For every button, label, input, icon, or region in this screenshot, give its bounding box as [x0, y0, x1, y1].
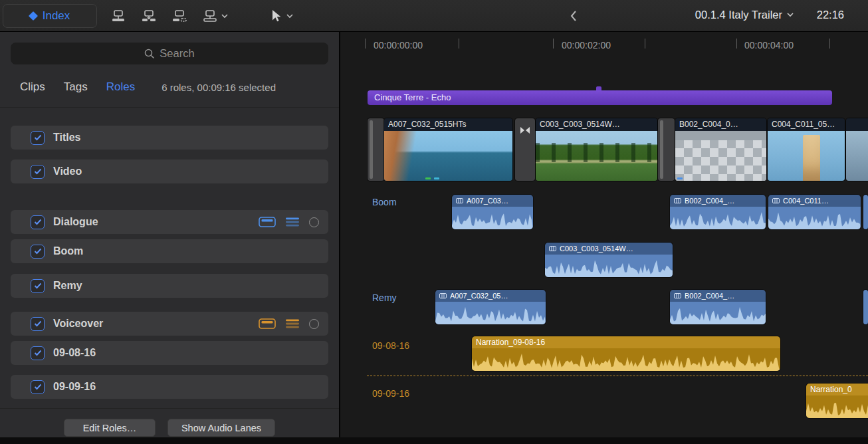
- filmstrip-icon: [772, 198, 780, 203]
- audio-clip-header: A007_C03…: [452, 195, 533, 207]
- lane-label-09-08-16: 09-08-16: [372, 340, 409, 351]
- audio-clip-name: A007_C03…: [467, 197, 508, 205]
- role-label: 09-08-16: [53, 347, 96, 359]
- role-controls: [259, 217, 319, 227]
- role-row-titles[interactable]: Titles: [11, 126, 328, 150]
- ruler-tick: [736, 39, 737, 49]
- narration-clip[interactable]: Narration_09-08-16: [472, 336, 780, 371]
- insert-clip-icon[interactable]: [141, 9, 157, 23]
- audio-waveform: [545, 259, 673, 277]
- role-row-09-08-16[interactable]: 09-08-16: [11, 341, 328, 365]
- ruler-tick: [459, 39, 459, 49]
- audio-lane-divider: [367, 376, 868, 376]
- clip-thumbnail: [536, 131, 657, 181]
- clip-thumbnail: [846, 131, 868, 181]
- role-label: Voiceover: [53, 318, 103, 330]
- audio-clip-partial[interactable]: [863, 195, 868, 229]
- timecode-display: 22:16: [817, 9, 844, 21]
- chevron-left-icon[interactable]: [570, 10, 577, 25]
- tab-roles[interactable]: Roles: [106, 80, 135, 94]
- audio-clip-partial[interactable]: [863, 290, 868, 324]
- filmstrip-icon: [439, 293, 447, 298]
- audio-clip-name: Narration_09-08-16: [476, 338, 545, 347]
- title-clip[interactable]: Cinque Terre - Echo: [368, 90, 832, 105]
- chevron-down-icon: [286, 14, 293, 19]
- audio-clip[interactable]: C004_C011…: [768, 195, 861, 229]
- solo-radio[interactable]: [309, 217, 319, 227]
- transition-clip[interactable]: [658, 118, 675, 181]
- focus-lines-icon[interactable]: [286, 319, 299, 328]
- project-name: 00.1.4 Italy Trailer: [695, 9, 782, 21]
- project-menu[interactable]: 00.1.4 Italy Trailer: [695, 9, 794, 21]
- video-clip-partial[interactable]: [846, 118, 868, 181]
- clip-marker: [677, 177, 683, 179]
- video-clip[interactable]: B002_C004_0…: [675, 118, 766, 181]
- edit-roles-button[interactable]: Edit Roles…: [64, 419, 156, 437]
- append-clip-icon[interactable]: [171, 9, 187, 23]
- role-row-boom[interactable]: Boom: [11, 239, 328, 263]
- audio-clip-name: C003_C003_0514W…: [560, 245, 633, 253]
- checkbox-checked[interactable]: [31, 279, 45, 293]
- role-row-09-09-16[interactable]: 09-09-16: [11, 375, 328, 399]
- focus-lines-icon[interactable]: [286, 217, 299, 227]
- divider: [0, 408, 339, 409]
- index-label: Index: [43, 9, 70, 23]
- solo-radio[interactable]: [309, 319, 319, 329]
- role-row-voiceover[interactable]: Voiceover: [11, 312, 328, 336]
- audio-clip-name: B002_C004_…: [685, 292, 734, 300]
- tab-tags[interactable]: Tags: [64, 80, 88, 94]
- checkbox-checked[interactable]: [31, 131, 45, 145]
- audio-waveform: [670, 211, 766, 229]
- checkbox-checked[interactable]: [31, 346, 45, 360]
- tab-clips[interactable]: Clips: [20, 80, 45, 94]
- audio-lanes-icon[interactable]: [259, 318, 276, 329]
- role-row-video[interactable]: Video: [11, 160, 328, 183]
- clip-thumbnail: [675, 131, 766, 181]
- audio-clip-name: A007_C032_05…: [450, 292, 508, 300]
- pointer-arrow-icon: [270, 9, 282, 23]
- role-controls: [259, 318, 319, 329]
- filmstrip-icon: [674, 198, 681, 203]
- search-input[interactable]: Search: [11, 43, 328, 64]
- audio-clip[interactable]: B002_C004_…: [670, 195, 766, 229]
- audio-clip[interactable]: A007_C032_05…: [435, 290, 546, 324]
- transition-clip[interactable]: [368, 118, 384, 181]
- audio-clip[interactable]: B002_C004_…: [670, 290, 766, 324]
- edit-handle: [660, 120, 663, 179]
- show-audio-lanes-button[interactable]: Show Audio Lanes: [167, 419, 275, 437]
- chevron-down-icon: [221, 14, 228, 19]
- video-clip[interactable]: C003_C003_0514W…: [536, 118, 657, 181]
- audio-clip[interactable]: C003_C003_0514W…: [545, 243, 673, 277]
- role-row-dialogue[interactable]: Dialogue: [11, 210, 328, 234]
- checkbox-checked[interactable]: [31, 215, 45, 229]
- video-clip[interactable]: A007_C032_0515HTs: [384, 118, 512, 181]
- transition-clip[interactable]: [515, 118, 535, 181]
- search-placeholder: Search: [160, 47, 194, 60]
- edit-handle: [370, 120, 373, 179]
- checkbox-checked[interactable]: [31, 380, 45, 394]
- pointer-tool-button[interactable]: [270, 0, 293, 32]
- audio-clip-header: A007_C032_05…: [435, 290, 546, 302]
- audio-lanes-icon[interactable]: [259, 217, 276, 227]
- video-clip[interactable]: C004_C011_05…: [768, 118, 845, 181]
- audio-clip-header: C004_C011…: [768, 195, 861, 207]
- role-label: Titles: [53, 132, 81, 144]
- checkbox-checked[interactable]: [31, 317, 45, 331]
- ruler-label: 00:00:00:00: [374, 40, 423, 51]
- audio-waveform: [670, 306, 766, 324]
- narration-clip[interactable]: Narration_0: [806, 384, 868, 418]
- overwrite-clip-icon[interactable]: [202, 9, 228, 23]
- audio-clip[interactable]: A007_C03…: [452, 195, 533, 229]
- checkbox-checked[interactable]: [31, 165, 45, 179]
- app-window: Index: [0, 0, 868, 444]
- lane-label-09-09-16: 09-09-16: [372, 388, 409, 399]
- lane-label-boom: Boom: [372, 197, 397, 207]
- lane-label-remy: Remy: [372, 292, 397, 303]
- index-toggle-button[interactable]: Index: [3, 4, 97, 28]
- role-row-remy[interactable]: Remy: [11, 274, 328, 298]
- index-diamond-icon: [29, 11, 38, 21]
- audio-clip-header: C003_C003_0514W…: [545, 243, 673, 255]
- connect-clip-icon[interactable]: [110, 9, 126, 23]
- filmstrip-icon: [456, 198, 463, 203]
- checkbox-checked[interactable]: [31, 245, 45, 259]
